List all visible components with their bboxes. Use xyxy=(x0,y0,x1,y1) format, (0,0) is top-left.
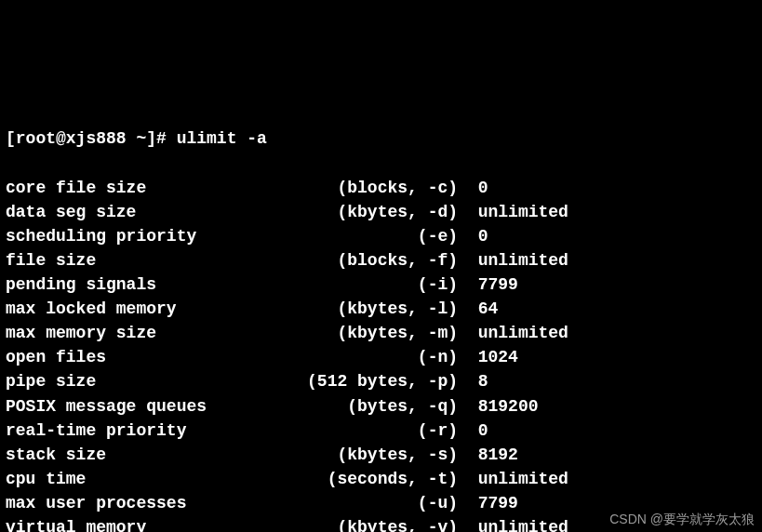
terminal-output: [root@xjs888 ~]# ulimit -a core file siz… xyxy=(6,102,756,532)
ulimit-row: stack size (kbytes, -s) 8192 xyxy=(6,443,756,467)
ulimit-table: core file size (blocks, -c) 0data seg si… xyxy=(6,176,756,532)
watermark-text: CSDN @要学就学灰太狼 xyxy=(609,510,755,528)
ulimit-row: file size (blocks, -f) unlimited xyxy=(6,248,756,273)
ulimit-row: max locked memory (kbytes, -l) 64 xyxy=(6,297,756,321)
ulimit-row: max memory size (kbytes, -m) unlimited xyxy=(6,321,756,345)
prompt-line: [root@xjs888 ~]# ulimit -a xyxy=(6,126,756,151)
ulimit-row: POSIX message queues (bytes, -q) 819200 xyxy=(6,394,756,419)
ulimit-row: core file size (blocks, -c) 0 xyxy=(6,176,756,200)
ulimit-row: scheduling priority (-e) 0 xyxy=(6,224,756,248)
ulimit-row: real-time priority (-r) 0 xyxy=(6,419,756,443)
ulimit-row: open files (-n) 1024 xyxy=(6,345,756,369)
ulimit-row: pipe size (512 bytes, -p) 8 xyxy=(6,369,756,393)
ulimit-row: data seg size (kbytes, -d) unlimited xyxy=(6,200,756,224)
ulimit-row: cpu time (seconds, -t) unlimited xyxy=(6,467,756,491)
ulimit-row: pending signals (-i) 7799 xyxy=(6,273,756,297)
